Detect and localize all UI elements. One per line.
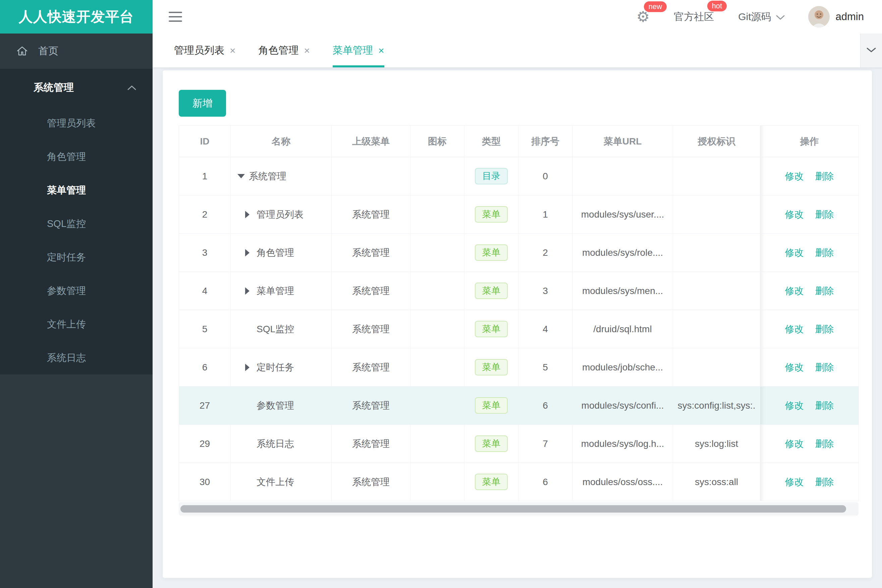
- table-row[interactable]: 27参数管理系统管理菜单6modules/sys/confi...sys:con…: [179, 387, 859, 425]
- table-row[interactable]: 29系统日志系统管理菜单7modules/sys/log.h...sys:log…: [179, 425, 859, 463]
- chevron-down-icon: [776, 11, 785, 22]
- home-icon: [16, 45, 28, 57]
- tab-admin-list[interactable]: 管理员列表 ×: [174, 33, 236, 68]
- menu-table-wrap: ID名称上级菜单图标类型排序号菜单URL授权标识操作 1系统管理目录0修改删除2…: [179, 125, 858, 501]
- sidebar-item-admin-list[interactable]: 管理员列表: [0, 106, 153, 140]
- cell-name: 角色管理: [231, 234, 332, 272]
- hot-badge: hot: [707, 1, 727, 11]
- settings-button[interactable]: ⚙ new: [637, 9, 650, 24]
- table-row[interactable]: 4菜单管理系统管理菜单3modules/sys/men...修改删除: [179, 272, 859, 310]
- cell-order: 2: [518, 234, 572, 272]
- table-row[interactable]: 2管理员列表系统管理菜单1modules/sys/user....修改删除: [179, 195, 859, 234]
- table-row[interactable]: 5SQL监控系统管理菜单4/druid/sql.html修改删除: [179, 310, 859, 348]
- type-tag: 菜单: [475, 321, 508, 338]
- expand-arrow-icon[interactable]: [245, 249, 257, 256]
- expand-arrow-icon[interactable]: [245, 211, 257, 218]
- menu-name: 角色管理: [257, 246, 294, 259]
- menu-name: 定时任务: [257, 361, 294, 374]
- app-logo: 人人快速开发平台: [0, 0, 153, 33]
- edit-link[interactable]: 修改: [785, 438, 804, 449]
- sidebar-item-menu[interactable]: 菜单管理: [0, 173, 153, 207]
- type-tag: 菜单: [475, 474, 508, 490]
- expand-arrow-icon[interactable]: [245, 364, 257, 371]
- cell-parent: 系统管理: [332, 195, 410, 234]
- delete-link[interactable]: 删除: [815, 171, 834, 182]
- tab-close-icon[interactable]: ×: [230, 45, 236, 56]
- cell-icon: [410, 463, 464, 501]
- cell-name: 系统管理: [231, 157, 332, 195]
- edit-link[interactable]: 修改: [785, 248, 804, 258]
- cell-type: 菜单: [464, 310, 518, 348]
- cell-parent: 系统管理: [332, 425, 410, 463]
- cell-id: 1: [179, 157, 231, 195]
- type-tag: 菜单: [475, 244, 508, 261]
- cell-id: 5: [179, 310, 231, 348]
- column-header: 授权标识: [673, 126, 760, 157]
- cell-perms: sys:config:list,sys:.: [673, 387, 760, 425]
- edit-link[interactable]: 修改: [785, 362, 804, 372]
- avatar[interactable]: [808, 6, 830, 27]
- git-source-link[interactable]: Git源码: [738, 10, 784, 24]
- tab-bar: 管理员列表 × 角色管理 × 菜单管理 ×: [153, 33, 882, 68]
- expand-arrow-icon[interactable]: [245, 287, 257, 295]
- delete-link[interactable]: 删除: [815, 400, 834, 411]
- type-tag: 菜单: [475, 206, 508, 223]
- sidebar-group-header[interactable]: 系统管理: [0, 69, 153, 106]
- cell-id: 29: [179, 425, 231, 463]
- delete-link[interactable]: 删除: [815, 477, 834, 487]
- table-row[interactable]: 1系统管理目录0修改删除: [179, 157, 859, 195]
- delete-link[interactable]: 删除: [815, 362, 834, 372]
- menu-toggle-button[interactable]: [169, 12, 182, 22]
- sidebar-item-log[interactable]: 系统日志: [0, 341, 153, 375]
- cell-name: 菜单管理: [231, 272, 332, 310]
- cell-type: 目录: [464, 157, 518, 195]
- cell-order: 4: [518, 310, 572, 348]
- edit-link[interactable]: 修改: [785, 324, 804, 334]
- delete-link[interactable]: 删除: [815, 324, 834, 334]
- delete-link[interactable]: 删除: [815, 209, 834, 220]
- cell-name: 管理员列表: [231, 195, 332, 234]
- username[interactable]: admin: [836, 11, 864, 23]
- sidebar-home-label: 首页: [38, 44, 59, 58]
- tab-role[interactable]: 角色管理 ×: [258, 33, 310, 68]
- delete-link[interactable]: 删除: [815, 438, 834, 449]
- tab-close-icon[interactable]: ×: [304, 45, 310, 56]
- h-scrollbar-track[interactable]: [179, 502, 858, 516]
- type-tag: 菜单: [475, 397, 508, 414]
- community-link[interactable]: 官方社区 hot: [674, 10, 714, 24]
- h-scrollbar-thumb[interactable]: [180, 505, 846, 513]
- cell-perms: [673, 348, 760, 387]
- column-header: ID: [179, 126, 231, 157]
- cell-id: 3: [179, 234, 231, 272]
- edit-link[interactable]: 修改: [785, 171, 804, 182]
- table-row[interactable]: 30文件上传系统管理菜单6modules/oss/oss....sys:oss:…: [179, 463, 859, 501]
- sidebar-item-job[interactable]: 定时任务: [0, 240, 153, 274]
- add-button[interactable]: 新增: [179, 90, 226, 117]
- cell-url: modules/sys/user....: [572, 195, 673, 234]
- cell-order: 6: [518, 463, 572, 501]
- sidebar-item-config[interactable]: 参数管理: [0, 274, 153, 308]
- edit-link[interactable]: 修改: [785, 400, 804, 411]
- table-row[interactable]: 3角色管理系统管理菜单2modules/sys/role....修改删除: [179, 234, 859, 272]
- content-card: 新增 ID名称上级菜单图标类型排序号菜单URL授权标识操作 1系统管理目录0修改…: [163, 70, 872, 578]
- cell-id: 2: [179, 195, 231, 234]
- table-row[interactable]: 6定时任务系统管理菜单5modules/job/sche...修改删除: [179, 348, 859, 387]
- edit-link[interactable]: 修改: [785, 286, 804, 296]
- edit-link[interactable]: 修改: [785, 477, 804, 487]
- tabs-overflow-button[interactable]: [860, 33, 882, 68]
- sidebar-item-role[interactable]: 角色管理: [0, 140, 153, 173]
- sidebar-item-sql[interactable]: SQL监控: [0, 207, 153, 240]
- cell-id: 27: [179, 387, 231, 425]
- delete-link[interactable]: 删除: [815, 248, 834, 258]
- cell-type: 菜单: [464, 234, 518, 272]
- cell-actions: 修改删除: [760, 310, 859, 348]
- expand-arrow-icon[interactable]: [237, 174, 249, 178]
- app-window: 人人快速开发平台 ⚙ new 官方社区 hot Git源码: [0, 0, 882, 588]
- tab-menu[interactable]: 菜单管理 ×: [333, 33, 384, 68]
- type-tag: 菜单: [475, 283, 508, 299]
- delete-link[interactable]: 删除: [815, 286, 834, 296]
- sidebar-item-home[interactable]: 首页: [0, 33, 153, 69]
- tab-close-icon[interactable]: ×: [378, 45, 384, 56]
- edit-link[interactable]: 修改: [785, 209, 804, 220]
- sidebar-item-upload[interactable]: 文件上传: [0, 308, 153, 341]
